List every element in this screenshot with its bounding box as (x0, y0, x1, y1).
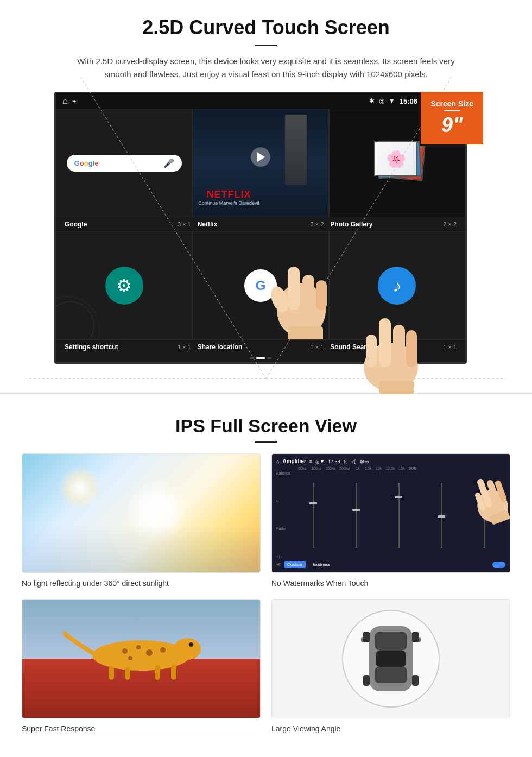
svg-rect-2 (302, 275, 314, 310)
netflix-play-btn[interactable] (251, 147, 270, 167)
svg-rect-9 (406, 330, 417, 367)
car-visual (272, 600, 510, 718)
eq-hand-group (468, 472, 510, 528)
hand-pointing-area (258, 234, 329, 340)
section-ips: IPS Full Screen View No light reflecting… (0, 410, 532, 750)
badge-size: 9" (430, 113, 473, 137)
hand-touch-shape (364, 318, 418, 394)
feature-car: Large Viewing Angle (271, 599, 510, 734)
badge-divider (444, 110, 460, 111)
viewing-angle-svg (271, 599, 510, 718)
svg-rect-3 (316, 280, 327, 310)
svg-rect-8 (393, 325, 405, 367)
screen-size-badge: Screen Size 9" (421, 92, 483, 144)
play-triangle-icon (257, 152, 265, 162)
svg-rect-10 (366, 335, 377, 367)
feature-grid: No light reflecting under 360° direct su… (22, 453, 510, 734)
svg-rect-1 (288, 267, 300, 310)
hand-pointing-svg (258, 234, 329, 340)
svg-rect-7 (379, 318, 391, 367)
car-image (271, 599, 510, 718)
hand-shape (268, 267, 327, 340)
svg-rect-11 (379, 381, 414, 394)
svg-rect-5 (288, 326, 323, 340)
hand-touch-svg (347, 286, 434, 394)
hand-touch-overlay (347, 286, 434, 396)
badge-title: Screen Size (430, 99, 473, 108)
